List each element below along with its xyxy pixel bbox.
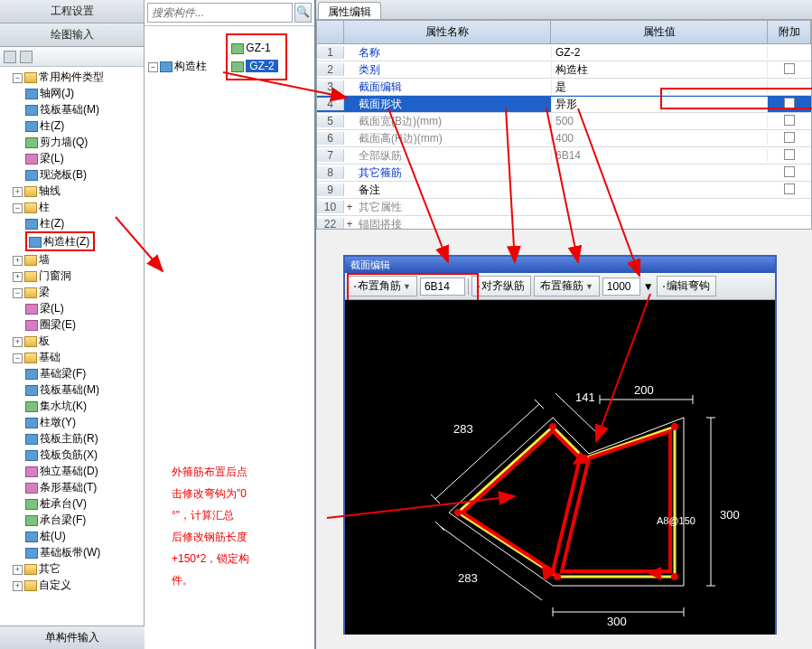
- folder-icon: [24, 336, 37, 347]
- tree-item-selected[interactable]: 构造柱(Z): [43, 235, 89, 248]
- tree-item[interactable]: 轴线: [39, 184, 61, 197]
- dropdown-icon[interactable]: ▼: [643, 280, 654, 293]
- dropdown-icon[interactable]: ▼: [585, 282, 593, 291]
- expand-icon[interactable]: +: [13, 337, 23, 347]
- panel-header-project[interactable]: 工程设置: [0, 0, 144, 24]
- tab-properties[interactable]: 属性编辑: [318, 2, 381, 19]
- dim-label: 141: [575, 390, 595, 404]
- tree-item[interactable]: 柱(Z): [40, 119, 64, 132]
- dim-label: 200: [634, 383, 654, 397]
- property-row[interactable]: 7全部纵筋6B14: [317, 147, 811, 165]
- checkbox[interactable]: [784, 183, 795, 194]
- beam-icon: [25, 154, 38, 165]
- tree-item[interactable]: 门窗洞: [39, 269, 71, 282]
- component-tree[interactable]: −常用构件类型 轴网(J) 筏板基础(M) 柱(Z) 剪力墙(Q) 梁(L) 现…: [0, 67, 144, 635]
- tree-item[interactable]: GZ-1: [246, 42, 270, 54]
- property-row[interactable]: 1名称GZ-2: [317, 44, 811, 61]
- item-icon: [25, 385, 38, 396]
- section-canvas[interactable]: 283 141 200 300 300 283 A8@150: [345, 300, 775, 635]
- tree-item[interactable]: 梁(L): [40, 302, 64, 315]
- property-row[interactable]: 10+其它属性: [317, 199, 811, 216]
- svg-point-7: [581, 455, 588, 462]
- property-row[interactable]: 3截面编辑是: [317, 79, 811, 96]
- tree-item[interactable]: 独立基础(D): [40, 465, 98, 477]
- tree-item[interactable]: 筏板主筋(R): [40, 432, 98, 445]
- svg-line-15: [555, 393, 565, 402]
- tree-item[interactable]: 基础梁(F): [40, 367, 86, 380]
- tree-item[interactable]: 基础: [39, 351, 61, 363]
- property-grid[interactable]: 1名称GZ-22类别构造柱3截面编辑是4截面形状异形5截面宽(B边)(mm)50…: [316, 44, 812, 230]
- item-icon: [25, 531, 38, 542]
- tree-item[interactable]: 柱墩(Y): [40, 416, 76, 428]
- svg-line-25: [440, 526, 542, 600]
- collapse-icon[interactable]: −: [148, 62, 158, 72]
- folder-icon: [24, 202, 37, 213]
- tree-root[interactable]: 构造柱: [174, 60, 207, 72]
- collapse-icon[interactable]: −: [13, 73, 23, 83]
- tree-item[interactable]: 筏板负筋(X): [40, 448, 98, 461]
- tool-icon[interactable]: [20, 51, 33, 63]
- tree-item[interactable]: 柱: [39, 201, 50, 213]
- tool-icon[interactable]: [4, 51, 16, 63]
- stirrup-button[interactable]: 布置箍筋▼: [534, 276, 600, 296]
- folder-icon: [24, 255, 37, 266]
- expand-icon[interactable]: +: [13, 565, 23, 575]
- property-row[interactable]: 22+锚固搭接: [317, 216, 811, 230]
- collapse-icon[interactable]: −: [13, 353, 23, 363]
- checkbox[interactable]: [784, 166, 795, 177]
- checkbox[interactable]: [784, 63, 795, 74]
- tree-item[interactable]: 板: [39, 334, 50, 347]
- property-row[interactable]: 9备注: [317, 182, 811, 199]
- tree-root[interactable]: 常用构件类型: [39, 71, 104, 83]
- search-button[interactable]: 🔍: [294, 3, 312, 23]
- tree-item[interactable]: 筏板基础(M): [40, 103, 99, 116]
- checkbox[interactable]: [784, 132, 795, 143]
- svg-point-9: [671, 573, 678, 580]
- property-row[interactable]: 8其它箍筋: [317, 165, 811, 182]
- search-input[interactable]: [147, 3, 293, 23]
- tree-item[interactable]: 承台梁(F): [40, 513, 86, 526]
- stirrup-input[interactable]: [602, 277, 640, 296]
- tree-item[interactable]: 自定义: [39, 578, 71, 591]
- tree-item[interactable]: 条形基础(T): [40, 481, 97, 494]
- tree-item[interactable]: 桩承台(V): [40, 497, 87, 510]
- checkbox[interactable]: [784, 149, 795, 160]
- panel-header-draw[interactable]: 绘图输入: [0, 24, 144, 47]
- expand-icon[interactable]: +: [13, 581, 23, 591]
- tree-item[interactable]: 梁: [39, 286, 50, 298]
- tree-item[interactable]: 轴网(J): [40, 87, 74, 99]
- property-row[interactable]: 5截面宽(B边)(mm)500: [317, 113, 811, 130]
- edit-hook-button[interactable]: 编辑弯钩: [657, 276, 716, 296]
- svg-point-5: [454, 509, 462, 516]
- property-row[interactable]: 2类别构造柱: [317, 61, 811, 79]
- tree-item[interactable]: 剪力墙(Q): [40, 136, 88, 148]
- tree-item[interactable]: 墙: [39, 253, 50, 266]
- checkbox[interactable]: [784, 98, 795, 108]
- align-rebar-button[interactable]: 对齐纵筋: [471, 276, 531, 296]
- property-row[interactable]: 4截面形状异形: [317, 96, 811, 113]
- item-icon: [25, 401, 38, 412]
- expand-icon[interactable]: +: [13, 187, 23, 197]
- tree-item[interactable]: 其它: [39, 562, 61, 575]
- ring-icon: [25, 320, 38, 331]
- checkbox[interactable]: [784, 115, 795, 126]
- tree-item[interactable]: 集水坑(K): [40, 400, 87, 412]
- collapse-icon[interactable]: −: [13, 288, 23, 298]
- expand-icon[interactable]: +: [13, 256, 23, 266]
- tree-item[interactable]: 现浇板(B): [40, 168, 87, 181]
- tree-item[interactable]: 筏板基础(M): [40, 383, 99, 396]
- tree-item[interactable]: 桩(U): [40, 530, 66, 542]
- col-header-value: 属性值: [551, 21, 768, 43]
- tree-item[interactable]: 梁(L): [40, 152, 64, 165]
- tree-item[interactable]: 基础板带(W): [40, 546, 100, 559]
- tree-item[interactable]: 圈梁(E): [40, 318, 76, 331]
- expand-icon[interactable]: +: [13, 272, 23, 282]
- tree-item[interactable]: 柱(Z): [40, 217, 64, 230]
- property-row[interactable]: 6截面高(H边)(mm)400: [317, 130, 811, 147]
- footer-bar[interactable]: 单构件输入: [0, 625, 145, 649]
- svg-marker-3: [648, 567, 661, 580]
- tree-item-selected[interactable]: GZ-2: [246, 60, 277, 72]
- item-icon: [25, 450, 38, 461]
- collapse-icon[interactable]: −: [13, 203, 23, 213]
- column-icon: [29, 237, 42, 248]
